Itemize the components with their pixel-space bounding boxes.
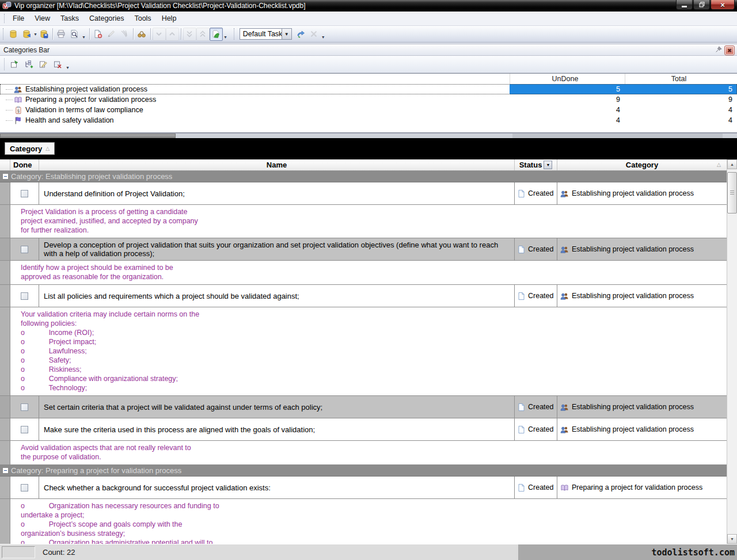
toolbar-overflow-icon[interactable]: ▼ bbox=[66, 66, 70, 70]
find-button[interactable] bbox=[135, 28, 149, 41]
show-notes-button[interactable] bbox=[210, 28, 223, 41]
category-row[interactable]: §Validation in terms of law compliance44 bbox=[0, 105, 737, 115]
done-cell bbox=[10, 396, 39, 418]
row-gutter bbox=[0, 307, 10, 395]
category-undone-count: 4 bbox=[510, 115, 625, 125]
category-cell[interactable]: Establishing project validation process bbox=[557, 238, 727, 260]
group-label: Category: Preparing a project for valida… bbox=[11, 466, 181, 475]
category-cell[interactable]: Preparing a project for validation proce… bbox=[557, 477, 727, 498]
menu-view[interactable]: View bbox=[29, 13, 55, 24]
task-name-cell[interactable]: Understand definition of Project Validat… bbox=[39, 182, 515, 204]
done-checkbox[interactable] bbox=[21, 484, 28, 492]
category-row[interactable]: Health and safety validation44 bbox=[0, 115, 737, 125]
status-filter-dropdown[interactable]: ▼ bbox=[544, 161, 552, 169]
group-header-row[interactable]: Category: Establishing project validatio… bbox=[0, 171, 727, 182]
minimize-button[interactable] bbox=[676, 0, 693, 10]
done-checkbox[interactable] bbox=[21, 190, 28, 197]
combo-dropdown-button[interactable]: ▼ bbox=[282, 28, 292, 40]
category-row[interactable]: Establishing project validation process5… bbox=[0, 84, 737, 94]
column-header-category[interactable]: Category bbox=[557, 159, 727, 170]
pin-button[interactable] bbox=[715, 45, 723, 55]
task-row[interactable]: Develop a conception of project validati… bbox=[0, 238, 727, 261]
row-gutter bbox=[0, 418, 10, 440]
row-gutter bbox=[0, 477, 10, 498]
status-bar: Count: 22 todolistsoft.com bbox=[0, 544, 737, 560]
task-row[interactable]: List all policies and requirements which… bbox=[0, 285, 727, 307]
column-header-name[interactable]: Name bbox=[39, 159, 515, 170]
menu-tasks[interactable]: Tasks bbox=[55, 13, 84, 24]
task-name-cell[interactable]: List all policies and requirements which… bbox=[39, 285, 515, 307]
task-new-button[interactable] bbox=[92, 28, 105, 41]
cat-edit-button[interactable] bbox=[36, 58, 50, 71]
categories-h-scrollbar[interactable] bbox=[0, 133, 737, 138]
menu-file[interactable]: File bbox=[7, 13, 29, 24]
default-task-combo[interactable]: Default Task ▼ bbox=[240, 28, 292, 40]
db-open-button[interactable] bbox=[20, 28, 33, 41]
done-checkbox[interactable] bbox=[21, 246, 28, 253]
menu-categories[interactable]: Categories bbox=[84, 13, 129, 24]
category-cell[interactable]: Establishing project validation process bbox=[557, 418, 727, 440]
task-note-row: Avoid validation aspects that are not re… bbox=[0, 441, 727, 465]
task-row[interactable]: Understand definition of Project Validat… bbox=[0, 182, 727, 205]
apply-task-button[interactable] bbox=[294, 28, 307, 41]
status-cell-empty bbox=[2, 546, 35, 558]
task-row[interactable]: Set certain criteria that a project will… bbox=[0, 396, 727, 418]
group-by-category-button[interactable]: Category △ bbox=[5, 142, 55, 155]
cat-new-button[interactable] bbox=[7, 58, 21, 71]
status-cell[interactable]: Created bbox=[515, 285, 557, 307]
cat-sub-button[interactable] bbox=[22, 58, 36, 71]
db-new-button[interactable] bbox=[6, 28, 20, 41]
menu-tools[interactable]: Tools bbox=[129, 13, 156, 24]
task-name-cell[interactable]: Check whether a background for successfu… bbox=[39, 477, 515, 498]
category-cell[interactable]: Establishing project validation process bbox=[557, 182, 727, 204]
v-scrollbar-thumb[interactable] bbox=[727, 172, 737, 214]
task-row[interactable]: Check whether a background for successfu… bbox=[0, 477, 727, 499]
print-preview-button[interactable] bbox=[68, 28, 81, 41]
status-label: Created bbox=[528, 292, 553, 300]
cancel-button bbox=[307, 28, 321, 41]
scroll-up-arrow[interactable]: ▲ bbox=[727, 159, 737, 169]
task-row[interactable]: Make sure the criteria used in this proc… bbox=[0, 418, 727, 441]
status-cell[interactable]: Created bbox=[515, 477, 557, 498]
toolbar-overflow-icon[interactable]: ▼ bbox=[82, 35, 86, 39]
category-cell[interactable]: Establishing project validation process bbox=[557, 396, 727, 418]
status-cell[interactable]: Created bbox=[515, 396, 557, 418]
db-save-button[interactable] bbox=[37, 28, 51, 41]
task-name-cell[interactable]: Set certain criteria that a project will… bbox=[39, 396, 515, 418]
column-header-status[interactable]: Status ▼ bbox=[515, 159, 557, 170]
category-row[interactable]: Preparing a project for validation proce… bbox=[0, 94, 737, 105]
people-icon bbox=[14, 85, 22, 94]
group-header-row[interactable]: Category: Preparing a project for valida… bbox=[0, 465, 727, 477]
collapse-icon[interactable] bbox=[2, 467, 9, 474]
status-cell[interactable]: Created bbox=[515, 238, 557, 260]
people-icon bbox=[560, 425, 569, 434]
default-task-value[interactable]: Default Task bbox=[240, 28, 282, 40]
page-icon bbox=[517, 403, 526, 412]
task-name-cell[interactable]: Develop a conception of project validati… bbox=[39, 238, 515, 260]
status-cell[interactable]: Created bbox=[515, 418, 557, 440]
h-scrollbar-thumb[interactable] bbox=[0, 134, 176, 138]
print-button[interactable] bbox=[55, 28, 68, 41]
close-button[interactable]: × bbox=[711, 0, 735, 10]
grid-v-scrollbar[interactable]: ▲ ▼ bbox=[727, 159, 737, 544]
column-header-undone[interactable]: UnDone bbox=[510, 74, 625, 84]
column-header-total[interactable]: Total bbox=[625, 74, 737, 84]
done-checkbox[interactable] bbox=[21, 426, 28, 433]
task-name: Understand definition of Project Validat… bbox=[44, 189, 185, 198]
scroll-down-arrow[interactable]: ▼ bbox=[727, 534, 737, 544]
menu-help[interactable]: Help bbox=[157, 13, 182, 24]
restore-button[interactable] bbox=[693, 0, 710, 10]
panel-close-button[interactable]: ✖ bbox=[725, 46, 734, 55]
cat-del-button[interactable] bbox=[51, 58, 64, 71]
toolbar-overflow-icon[interactable]: ▼ bbox=[223, 35, 227, 39]
column-header-done[interactable]: Done bbox=[10, 159, 39, 170]
db-open-dropdown-icon[interactable]: ▼ bbox=[33, 32, 37, 36]
toolbar-overflow-icon[interactable]: ▼ bbox=[321, 35, 325, 39]
move-up-button bbox=[166, 28, 179, 41]
done-checkbox[interactable] bbox=[21, 292, 28, 300]
collapse-icon[interactable] bbox=[2, 173, 9, 180]
status-cell[interactable]: Created bbox=[515, 182, 557, 204]
category-cell[interactable]: Establishing project validation process bbox=[557, 285, 727, 307]
done-checkbox[interactable] bbox=[21, 403, 28, 411]
task-name-cell[interactable]: Make sure the criteria used in this proc… bbox=[39, 418, 515, 440]
